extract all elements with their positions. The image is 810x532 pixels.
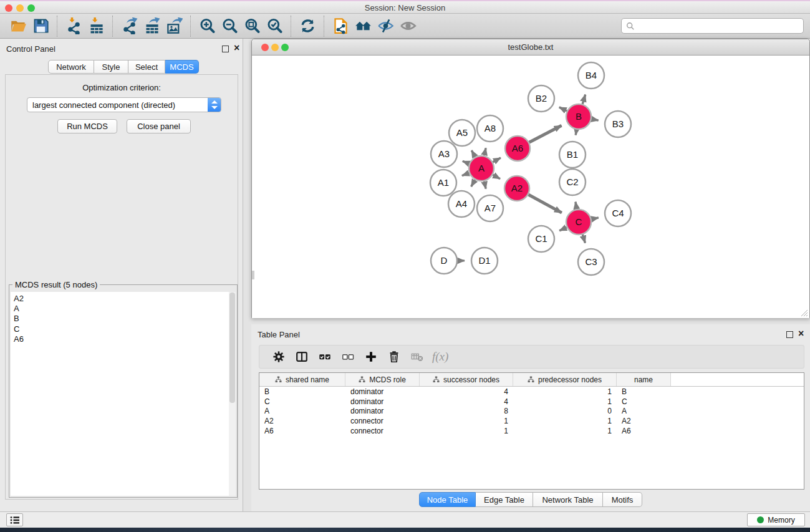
add-column-icon[interactable] (359, 347, 382, 367)
node-B2[interactable]: B2 (528, 85, 554, 112)
table-cell[interactable]: dominator (345, 407, 420, 415)
column-header-successor-nodes[interactable]: successor nodes (420, 373, 513, 386)
mcds-result-item[interactable]: A6 (14, 334, 24, 344)
edge-B-B4[interactable] (582, 95, 586, 104)
table-cell[interactable]: 8 (420, 407, 513, 415)
node-B3[interactable]: B3 (605, 111, 631, 137)
table-cell[interactable]: B (259, 387, 345, 396)
column-header-MCDS-role[interactable]: MCDS role (345, 373, 420, 386)
table-cell[interactable]: 1 (420, 427, 513, 435)
table-row[interactable]: A6connector11A6 (259, 426, 804, 436)
edge-B-B2[interactable] (559, 107, 567, 111)
node-A3[interactable]: A3 (431, 141, 457, 167)
table-cell[interactable]: A (259, 407, 345, 415)
network-graph[interactable]: B4B2BB3A8A5A6A3B1AA1C2A2A4A7C4CC1C3DD1 (252, 56, 809, 318)
tab-network-table[interactable]: Network Table (533, 492, 603, 507)
node-C2[interactable]: C2 (559, 169, 586, 195)
mcds-list-scrollbar[interactable] (229, 292, 236, 496)
node-A2[interactable]: A2 (504, 176, 529, 201)
float-panel-icon[interactable] (222, 46, 229, 52)
export-table-icon[interactable] (140, 16, 163, 37)
edge-A-A5[interactable] (471, 150, 475, 157)
home-icon[interactable] (352, 16, 374, 37)
node-A8[interactable]: A8 (477, 115, 503, 142)
table-row[interactable]: Bdominator41B (259, 387, 804, 397)
run-mcds-button[interactable]: Run MCDS (57, 119, 117, 133)
column-header-shared-name[interactable]: shared name (259, 373, 345, 386)
open-session-icon[interactable] (7, 16, 29, 37)
node-D[interactable]: D (431, 248, 457, 274)
export-image-icon[interactable] (163, 16, 185, 37)
network-vertical-scrollbar[interactable] (252, 271, 254, 279)
node-B4[interactable]: B4 (578, 62, 604, 89)
table-cell[interactable]: 1 (513, 397, 617, 406)
table-cell[interactable]: A6 (617, 427, 671, 435)
search-input[interactable] (635, 19, 803, 32)
mcds-result-item[interactable]: B (14, 314, 24, 324)
node-A[interactable]: A (469, 156, 494, 181)
close-panel-icon[interactable]: × (234, 42, 239, 54)
zoom-fit-icon[interactable] (241, 16, 263, 37)
zoom-selected-icon[interactable] (263, 16, 286, 37)
table-cell[interactable]: A2 (259, 417, 345, 425)
tab-mcds[interactable]: MCDS (165, 60, 199, 74)
node-A1[interactable]: A1 (430, 170, 456, 196)
close-panel-button[interactable]: Close panel (127, 119, 191, 133)
edge-A-A4[interactable] (471, 180, 475, 186)
table-cell[interactable]: dominator (345, 387, 420, 396)
table-cell[interactable]: B (617, 387, 671, 396)
search-field[interactable] (621, 18, 804, 34)
import-network-icon[interactable] (62, 16, 85, 37)
zoom-out-icon[interactable] (218, 16, 241, 37)
tab-node-table[interactable]: Node Table (419, 492, 476, 507)
node-A6[interactable]: A6 (505, 136, 530, 161)
edge-A2-C[interactable] (528, 195, 561, 213)
memory-button[interactable]: Memory (747, 513, 805, 526)
edge-C-C4[interactable] (591, 218, 598, 220)
save-session-icon[interactable] (29, 16, 52, 37)
column-visibility-icon[interactable] (290, 347, 313, 367)
table-cell[interactable]: dominator (345, 397, 420, 406)
node-B[interactable]: B (566, 104, 591, 129)
edge-B-B3[interactable] (592, 119, 599, 120)
table-cell[interactable]: 1 (513, 417, 617, 425)
criterion-select[interactable]: largest connected component (directed) (27, 97, 221, 112)
tab-motifs[interactable]: Motifs (603, 492, 642, 507)
network-from-file-icon[interactable] (329, 16, 352, 37)
table-cell[interactable]: C (617, 397, 671, 406)
tab-select[interactable]: Select (128, 60, 165, 74)
table-row[interactable]: A2connector11A2 (259, 416, 804, 426)
table-cell[interactable]: 0 (513, 407, 617, 415)
node-C1[interactable]: C1 (528, 226, 554, 252)
table-cell[interactable]: C (259, 397, 345, 406)
table-cell[interactable]: 4 (420, 397, 513, 406)
select-all-icon[interactable] (313, 347, 336, 367)
mcds-result-item[interactable]: A2 (14, 294, 24, 304)
tab-network[interactable]: Network (48, 60, 94, 74)
edge-A-A7[interactable] (484, 181, 486, 189)
table-settings-icon[interactable] (267, 347, 290, 367)
node-A5[interactable]: A5 (449, 120, 475, 146)
function-builder-icon[interactable]: f(x) (428, 347, 448, 367)
hide-visual-icon[interactable] (374, 16, 397, 37)
column-header-name[interactable]: name (617, 373, 671, 386)
edge-A-A8[interactable] (484, 148, 486, 155)
table-row[interactable]: Cdominator41C (259, 397, 804, 407)
edge-A-A2[interactable] (493, 175, 500, 179)
node-C4[interactable]: C4 (605, 200, 631, 226)
table-cell[interactable]: connector (345, 427, 420, 435)
table-cell[interactable]: 4 (420, 387, 513, 396)
node-C3[interactable]: C3 (578, 249, 604, 275)
delete-table-icon[interactable] (405, 347, 428, 367)
table-cell[interactable]: 1 (513, 427, 617, 435)
network-window-titlebar[interactable]: testGlobe.txt (252, 39, 809, 56)
zoom-in-icon[interactable] (196, 16, 218, 37)
export-network-icon[interactable] (118, 16, 140, 37)
edge-A6-B[interactable] (529, 125, 562, 142)
node-B1[interactable]: B1 (559, 142, 586, 168)
node-D1[interactable]: D1 (471, 248, 498, 274)
network-canvas[interactable]: B4B2BB3A8A5A6A3B1AA1C2A2A4A7C4CC1C3DD1 (252, 56, 809, 318)
table-cell[interactable]: A2 (617, 417, 671, 425)
float-table-panel-icon[interactable] (786, 331, 793, 338)
deselect-all-icon[interactable] (336, 347, 359, 367)
